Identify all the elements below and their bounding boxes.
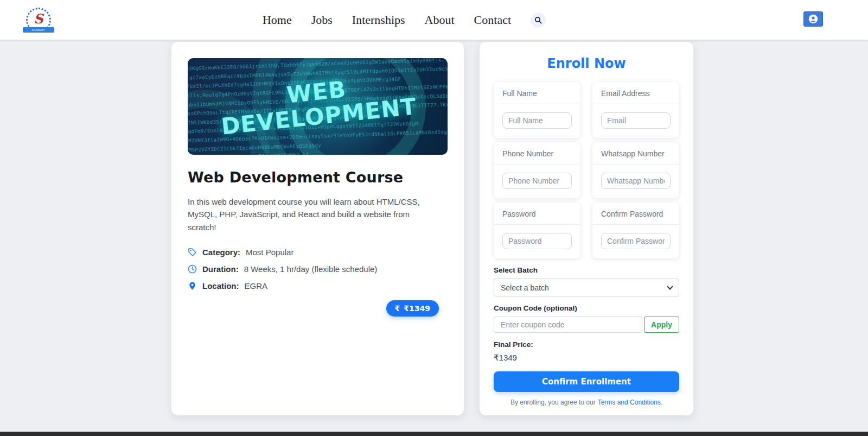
location-pin-icon: [188, 281, 197, 290]
batch-select[interactable]: Select a batch: [494, 279, 679, 296]
nav-item-internships[interactable]: Internships: [352, 13, 405, 27]
field-card-phone: Phone Number: [494, 142, 580, 198]
confirm-enrollment-button[interactable]: Confirm Enrollment: [494, 371, 679, 392]
whatsapp-label: Whatsapp Number: [592, 142, 679, 165]
enroll-title: Enroll Now: [494, 56, 679, 71]
duration-label: Duration:: [202, 264, 239, 274]
batch-label: Select Batch: [494, 266, 679, 274]
nav-item-jobs[interactable]: Jobs: [311, 13, 333, 27]
terms-note: By enrolling, you agree to ourTerms and …: [494, 399, 679, 406]
location-label: Location:: [202, 281, 239, 290]
price-amount: ₹1349: [404, 304, 430, 313]
search-icon: [534, 16, 542, 24]
enroll-fields-grid: Full Name Email Address Phone Number Wha…: [494, 82, 679, 258]
password-input[interactable]: [502, 233, 572, 249]
email-input[interactable]: [601, 112, 671, 129]
course-title: Web Development Course: [188, 169, 448, 186]
user-account-icon: [808, 14, 819, 24]
field-card-whatsapp: Whatsapp Number: [592, 142, 679, 198]
terms-prefix: By enrolling, you agree to our: [510, 399, 596, 406]
rupee-icon: ₹: [395, 304, 400, 313]
nav-item-contact[interactable]: Contact: [474, 13, 511, 27]
meta-row-category: Category: Most Popular: [188, 248, 448, 257]
email-label: Email Address: [592, 82, 679, 104]
field-card-confirm-password: Confirm Password: [592, 203, 679, 258]
coupon-input[interactable]: [494, 317, 642, 333]
nav-item-home[interactable]: Home: [263, 13, 292, 27]
full-name-input[interactable]: [502, 112, 572, 129]
confirm-password-input[interactable]: [601, 233, 671, 249]
category-value: Most Popular: [246, 248, 293, 257]
main-nav: Home Jobs Internships About Contact: [0, 0, 808, 40]
full-name-label: Full Name: [494, 82, 580, 104]
enroll-form-card: Enroll Now Full Name Email Address Phone…: [480, 42, 693, 415]
phone-input[interactable]: [502, 173, 572, 189]
clock-icon: [188, 264, 197, 274]
duration-value: 8 Weeks, 1 hr/day (flexible schedule): [244, 264, 378, 274]
account-button[interactable]: [803, 11, 823, 27]
course-meta-list: Category: Most Popular Duration: 8 Weeks…: [188, 248, 448, 290]
password-label: Password: [494, 203, 580, 225]
field-card-email: Email Address: [592, 82, 679, 138]
terms-and-conditions-link[interactable]: Terms and Conditions.: [598, 399, 662, 406]
bottom-edge-bar: [0, 432, 868, 436]
search-button[interactable]: [531, 12, 546, 28]
category-label: Category:: [202, 248, 240, 257]
apply-coupon-button[interactable]: Apply: [644, 317, 679, 333]
price-row: ₹ ₹1349: [188, 300, 448, 317]
course-hero-image: m)xJKgGOzWuKkE3JEQ/5O61jrimi1hD,TUzhb6Ty…: [188, 58, 448, 155]
course-detail-card: m)xJKgGOzWuKkE3JEQ/5O61jrimi1hD,TUzhb6Ty…: [171, 42, 464, 415]
final-price-label: Final Price:: [494, 340, 679, 349]
coupon-label: Coupon Code (optional): [494, 304, 679, 312]
field-card-full-name: Full Name: [494, 82, 580, 138]
price-badge[interactable]: ₹ ₹1349: [386, 300, 439, 317]
meta-row-duration: Duration: 8 Weeks, 1 hr/day (flexible sc…: [188, 264, 448, 274]
course-description: In this web development course you will …: [188, 195, 437, 233]
nav-item-about[interactable]: About: [425, 13, 455, 27]
field-card-password: Password: [494, 203, 580, 258]
location-value: EGRA: [245, 281, 268, 290]
confirm-password-label: Confirm Password: [592, 203, 679, 225]
phone-label: Phone Number: [494, 142, 580, 165]
whatsapp-input[interactable]: [601, 173, 671, 189]
top-navbar: S ACADEMY Home Jobs Internships About Co…: [0, 0, 868, 40]
final-price-value: ₹1349: [494, 353, 679, 363]
tag-icon: [188, 248, 197, 257]
meta-row-location: Location: EGRA: [188, 281, 448, 290]
